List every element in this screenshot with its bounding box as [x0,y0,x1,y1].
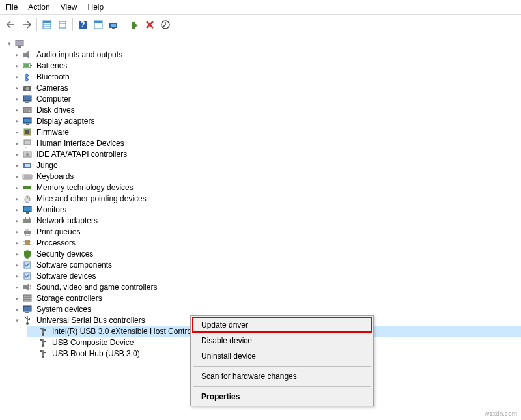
expand-icon[interactable]: ▸ [13,84,21,92]
tree-category[interactable]: ▸Memory technology devices [12,182,521,193]
menu-separator [193,366,371,367]
category-icon [22,182,33,193]
tree-category[interactable]: ▸Batteries [12,60,521,71]
expand-icon[interactable]: ▸ [13,128,21,136]
svg-rect-19 [31,65,32,66]
properties-button[interactable] [55,18,70,32]
svg-point-67 [25,316,26,318]
svg-rect-49 [29,217,30,219]
expand-icon[interactable]: ▸ [13,195,21,203]
svg-rect-48 [25,217,26,219]
expand-icon[interactable]: ▸ [13,250,21,258]
tree-category[interactable]: ▸Disk drives [12,104,521,115]
expand-icon[interactable]: ▸ [13,62,21,70]
back-button[interactable] [4,18,18,32]
expand-icon[interactable]: ▾ [5,40,13,48]
category-icon [22,193,33,204]
context-menu: Update driver Disable device Uninstall d… [190,315,374,406]
svg-rect-23 [23,96,31,101]
svg-point-26 [29,110,30,111]
category-label: Software components [35,260,113,270]
tree-category[interactable]: ▸Human Interface Devices [12,137,521,148]
tree-category[interactable]: ▸Keyboards [12,171,521,182]
update-driver-button[interactable] [158,18,173,32]
category-icon [22,116,33,126]
svg-rect-62 [23,299,31,301]
svg-rect-61 [23,295,31,298]
menu-action[interactable]: Action [28,3,49,12]
tree-category[interactable]: ▸Jungo [12,160,521,171]
svg-rect-46 [26,212,29,214]
expand-icon[interactable]: ▸ [13,139,21,147]
tree-category[interactable]: ▸Monitors [12,204,521,215]
tree-category[interactable]: ▸System devices [12,303,521,315]
help-button[interactable]: ? [76,18,90,32]
view-button[interactable] [91,18,106,32]
category-icon [22,238,33,248]
category-label: Software devices [35,272,97,281]
tree-category[interactable]: ▸Storage controllers [12,292,521,303]
tree-category[interactable]: ▸Sound, video and game controllers [12,281,521,292]
expand-icon[interactable]: ▸ [13,51,21,59]
expand-icon[interactable]: ▸ [13,228,21,236]
expand-icon[interactable]: ▸ [13,283,21,291]
tree-category[interactable]: ▸Computer [12,93,521,104]
scan-hardware-button[interactable] [107,18,121,32]
tree-category[interactable]: ▸Security devices [12,248,521,259]
tree-root[interactable]: ▾ [4,38,521,49]
tree-category[interactable]: ▸Mice and other pointing devices [12,193,521,204]
tree-category[interactable]: ▸Display adapters [12,115,521,126]
expand-icon[interactable]: ▸ [13,117,21,125]
category-icon [22,61,33,71]
category-icon [22,83,33,93]
svg-point-22 [26,87,29,90]
svg-rect-42 [29,189,29,191]
svg-rect-45 [23,206,31,212]
menu-disable-device[interactable]: Disable device [192,333,372,348]
expand-icon[interactable]: ▸ [13,305,21,313]
tree-category[interactable]: ▸Software devices [12,270,521,281]
computer-icon [14,38,25,49]
expand-icon[interactable]: ▸ [13,217,21,225]
expand-icon[interactable]: ▸ [13,106,21,114]
menu-file[interactable]: File [5,3,18,12]
category-label: Storage controllers [35,294,104,303]
expand-icon[interactable]: ▸ [13,73,21,81]
tree-category[interactable]: ▸Network adapters [12,215,521,226]
show-hide-tree-button[interactable] [40,18,54,32]
menu-scan-hardware[interactable]: Scan for hardware changes [192,369,372,384]
expand-icon[interactable]: ▸ [13,95,21,103]
tree-category[interactable]: ▸Bluetooth [12,71,521,82]
forward-button[interactable] [20,18,34,32]
expand-icon[interactable]: ▸ [13,173,21,180]
category-icon [22,94,33,104]
menu-properties[interactable]: Properties [192,389,372,404]
expand-icon[interactable]: ▸ [13,206,21,214]
category-label: Cameras [35,83,70,92]
menu-uninstall-device[interactable]: Uninstall device [192,348,372,364]
expand-icon[interactable]: ▸ [13,184,21,191]
expand-icon[interactable]: ▸ [13,261,21,269]
expand-icon[interactable]: ▸ [13,272,21,280]
tree-category[interactable]: ▸Firmware [12,126,521,137]
expand-icon[interactable]: ▸ [13,239,21,247]
svg-rect-40 [25,189,25,191]
menu-view[interactable]: View [61,3,77,12]
expand-icon[interactable]: ▸ [13,150,21,158]
svg-point-33 [26,153,29,156]
enable-button[interactable] [127,18,141,32]
uninstall-button[interactable] [143,18,157,32]
menu-update-driver[interactable]: Update driver [192,317,372,333]
expand-icon[interactable]: ▸ [13,294,21,302]
category-icon [22,249,33,259]
menu-separator [193,386,371,387]
tree-category[interactable]: ▸IDE ATA/ATAPI controllers [12,148,521,160]
expand-icon[interactable]: ▸ [13,161,21,169]
tree-category[interactable]: ▸Processors [12,237,521,248]
tree-category[interactable]: ▸Audio inputs and outputs [12,49,521,60]
menu-help[interactable]: Help [88,3,104,12]
tree-category[interactable]: ▸Software components [12,259,521,270]
tree-category[interactable]: ▸Cameras [12,82,521,93]
collapse-icon[interactable]: ▾ [13,316,21,324]
tree-category[interactable]: ▸Print queues [12,226,521,237]
